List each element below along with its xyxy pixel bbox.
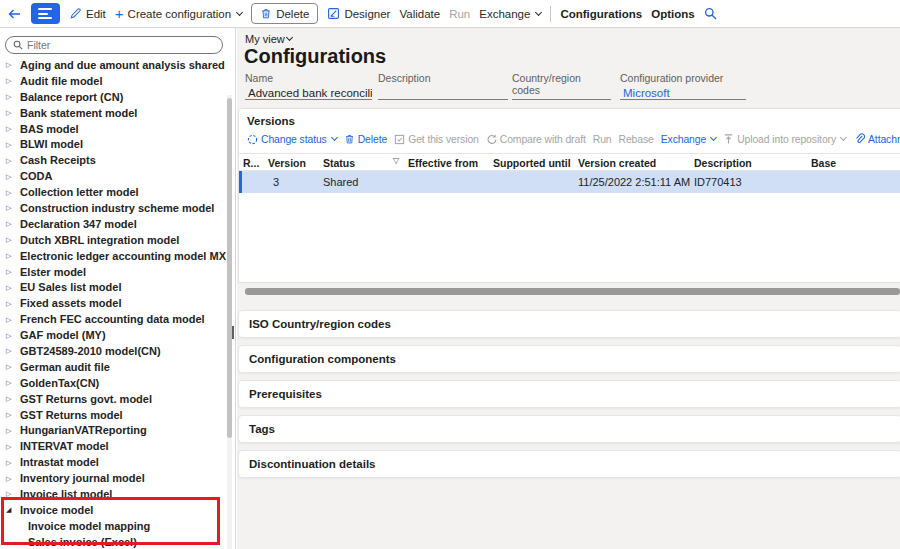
column-version-created[interactable]: Version created [578,157,656,169]
section-header[interactable]: Prerequisites [238,380,900,408]
tree-item[interactable]: ▷ HungarianVATReporting [0,422,226,438]
chevron-collapsed-icon[interactable]: ▷ [6,61,20,68]
tree-item[interactable]: ▷ Bank statement model [0,105,226,121]
chevron-collapsed-icon[interactable]: ▷ [6,173,20,180]
run-button[interactable]: Run [449,8,470,20]
tree-item-sales-invoice-excel[interactable]: Sales invoice (Excel) [0,534,226,549]
validate-button[interactable]: Validate [399,8,440,20]
configuration-provider-field[interactable]: Configuration provider Microsoft [620,72,746,100]
tree-item-invoice-model[interactable]: ◢ Invoice model [0,502,226,518]
menu-configurations[interactable]: Configurations [560,8,642,20]
change-status-button[interactable]: Change status [247,134,337,145]
chevron-collapsed-icon[interactable]: ▷ [6,109,20,116]
column-base[interactable]: Base [811,157,836,169]
chevron-collapsed-icon[interactable]: ▷ [6,316,20,323]
sidebar-scrollbar-thumb[interactable] [227,98,232,438]
tree-item[interactable]: ▷ Dutch XBRL integration model [0,232,226,248]
horizontal-scrollbar-thumb[interactable] [245,288,900,295]
filter-box[interactable] [5,36,223,54]
chevron-collapsed-icon[interactable]: ▷ [6,93,20,100]
name-field[interactable]: Name Advanced bank reconciliation... [245,72,372,100]
tree-item-invoice-model-mapping[interactable]: Invoice model mapping [0,518,226,534]
chevron-collapsed-icon[interactable]: ▷ [6,141,20,148]
tree-item[interactable]: ▷ INTERVAT model [0,438,226,454]
tree-item[interactable]: ▷ GST Returns govt. model [0,391,226,407]
tree-item[interactable]: ▷ CODA [0,168,226,184]
country-region-codes-field[interactable]: Country/region codes [512,72,611,100]
app-menu-button[interactable] [31,3,60,24]
designer-button[interactable]: Designer [327,7,390,20]
column-effective-from[interactable]: Effective from [408,157,478,169]
chevron-expanded-icon[interactable]: ◢ [6,506,20,513]
view-selector[interactable]: My view [245,33,292,45]
chevron-collapsed-icon[interactable]: ▷ [6,347,20,354]
filter-input[interactable] [27,39,215,51]
chevron-collapsed-icon[interactable]: ▷ [6,189,20,196]
tree-item[interactable]: ▷ Audit file model [0,73,226,89]
get-this-version-button[interactable]: Get this version [394,134,479,145]
chevron-collapsed-icon[interactable]: ▷ [6,77,20,84]
section-header[interactable]: Configuration components [238,345,900,373]
edit-button[interactable]: Edit [69,7,106,20]
tree-item[interactable]: ▷ Cash Receipts [0,152,226,168]
provider-link[interactable]: Microsoft [620,87,746,99]
tree-item[interactable]: ▷ Construction industry scheme model [0,200,226,216]
exchange-button[interactable]: Exchange [479,8,541,20]
chevron-collapsed-icon[interactable]: ▷ [6,411,20,418]
upload-into-repository-button[interactable]: Upload into repository [723,133,846,145]
chevron-collapsed-icon[interactable]: ▷ [6,157,20,164]
chevron-collapsed-icon[interactable]: ▷ [6,252,20,259]
chevron-collapsed-icon[interactable]: ▷ [6,395,20,402]
tree-item[interactable]: ▷ GBT24589-2010 model(CN) [0,343,226,359]
column-version[interactable]: Version [268,157,306,169]
tree-item[interactable]: ▷ GoldenTax(CN) [0,375,226,391]
tree-item[interactable]: ▷ Electronic ledger accounting model MX [0,248,226,264]
chevron-collapsed-icon[interactable]: ▷ [6,204,20,211]
chevron-collapsed-icon[interactable]: ▷ [6,236,20,243]
run-version-button[interactable]: Run [593,134,612,145]
menu-options[interactable]: Options [651,8,694,20]
tree-item[interactable]: ▷ Invoice list model [0,486,226,502]
column-status[interactable]: Status [323,157,355,169]
section-header[interactable]: Discontinuation details [238,450,900,478]
tree-item[interactable]: ▷ Intrastat model [0,454,226,470]
tree-item[interactable]: ▷ Inventory journal model [0,470,226,486]
chevron-collapsed-icon[interactable]: ▷ [6,268,20,275]
chevron-collapsed-icon[interactable]: ▷ [6,443,20,450]
chevron-collapsed-icon[interactable]: ▷ [6,332,20,339]
search-button[interactable] [704,7,717,20]
chevron-collapsed-icon[interactable]: ▷ [6,300,20,307]
tree-item[interactable]: ▷ GAF model (MY) [0,327,226,343]
tree-item[interactable]: ▷ French FEC accounting data model [0,311,226,327]
column-repository[interactable]: R... [243,157,259,169]
version-row-selected[interactable]: 3 Shared 11/25/2022 2:51:11 AM ID770413 [239,171,900,193]
section-header[interactable]: Tags [238,415,900,443]
pane-splitter-grip[interactable] [232,326,234,339]
column-supported-until[interactable]: Supported until [493,157,571,169]
rebase-button[interactable]: Rebase [619,134,654,145]
create-configuration-button[interactable]: + Create configuration [115,8,242,20]
chevron-collapsed-icon[interactable]: ▷ [6,379,20,386]
chevron-collapsed-icon[interactable]: ▷ [6,125,20,132]
chevron-collapsed-icon[interactable]: ▷ [6,490,20,497]
delete-version-button[interactable]: Delete [344,133,387,145]
tree-item[interactable]: ▷ Balance report (CN) [0,89,226,105]
tree-item[interactable]: ▷ Elster model [0,264,226,280]
name-field-value[interactable]: Advanced bank reconciliation... [245,87,372,99]
tree-item[interactable]: ▷ BAS model [0,121,226,137]
tree-item[interactable]: ▷ Collection letter model [0,184,226,200]
column-description[interactable]: Description [694,157,752,169]
exchange-version-button[interactable]: Exchange [661,134,716,145]
compare-with-draft-button[interactable]: Compare with draft [486,134,586,145]
chevron-collapsed-icon[interactable]: ▷ [6,363,20,370]
back-button[interactable] [7,7,22,21]
attachments-button[interactable]: Attachments [853,133,900,145]
chevron-collapsed-icon[interactable]: ▷ [6,220,20,227]
chevron-collapsed-icon[interactable]: ▷ [6,475,20,482]
tree-item[interactable]: ▷ GST Returns model [0,407,226,423]
delete-button[interactable]: Delete [251,3,318,24]
tree-item[interactable]: ▷ Aging and due amount analysis shared m… [0,57,226,73]
tree-item[interactable]: ▷ BLWI model [0,136,226,152]
chevron-collapsed-icon[interactable]: ▷ [6,427,20,434]
description-field[interactable]: Description [378,72,508,100]
